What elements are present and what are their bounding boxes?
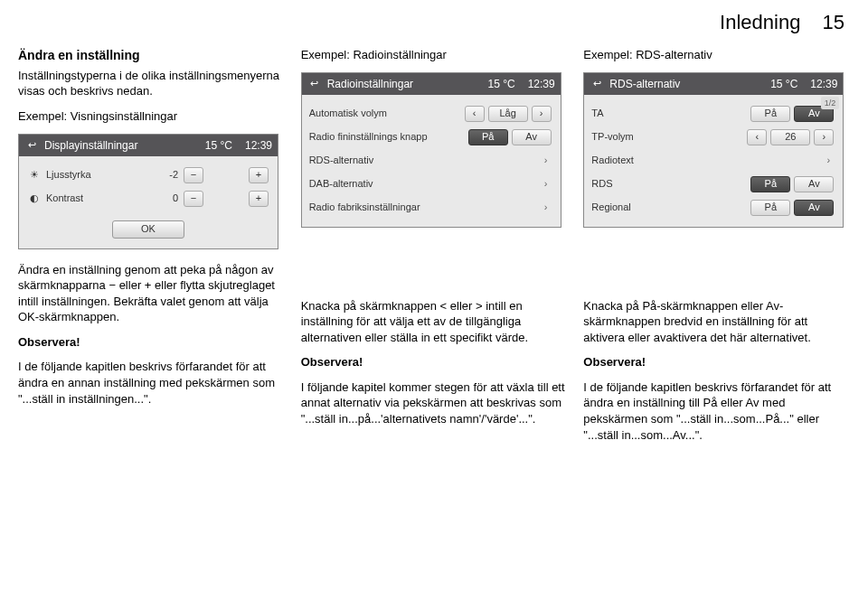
brightness-plus-button[interactable]: + <box>249 167 269 183</box>
chevron-right-icon: › <box>821 154 835 167</box>
screenB-body: Automatisk volym ‹ Låg › Radio fininstäl… <box>302 95 561 227</box>
chevron-right-icon: › <box>539 177 553 191</box>
screenC-clock: 12:39 <box>810 77 837 91</box>
chevron-right-icon: › <box>539 154 553 167</box>
screenshot-radio-settings: ↩ Radioinställningar 15 °C 12:39 Automat… <box>301 72 561 228</box>
col3-observera: Observera! <box>583 354 850 370</box>
screenA-titlebar: ↩ Displayinställningar 15 °C 12:39 <box>19 135 278 156</box>
screenB-title: Radioinställningar <box>327 77 483 91</box>
screenA-body: ☀ Ljusstyrka -2 − + ◐ Kontrast 0 − + OK <box>19 156 278 248</box>
tp-volym-prev-button[interactable]: ‹ <box>747 129 767 145</box>
finetune-row: Radio fininställnings knapp På Av <box>309 127 553 147</box>
brightness-row: ☀ Ljusstyrka -2 − + <box>26 165 270 185</box>
col1-observera: Observera! <box>18 334 285 351</box>
factory-row[interactable]: Radio fabriksinställningar › <box>309 198 553 218</box>
ta-row: TA På Av <box>591 104 835 124</box>
contrast-icon: ◐ <box>26 192 42 205</box>
col2-heading: Exempel: Radioinställningar <box>301 47 568 63</box>
contrast-value: 0 <box>153 192 178 205</box>
contrast-label: Kontrast <box>46 192 153 205</box>
regional-label: Regional <box>591 201 749 214</box>
screenB-clock: 12:39 <box>528 77 555 91</box>
finetune-label: Radio fininställnings knapp <box>309 130 467 144</box>
screenA-temp: 15 °C <box>205 138 232 153</box>
screenA-clock: 12:39 <box>245 138 272 153</box>
col2-observera: Observera! <box>301 354 568 370</box>
page-header: Inledning 15 <box>18 11 850 34</box>
columns: Ändra en inställning Inställningstyperna… <box>18 47 850 452</box>
col2-p2: I följande kapitel kommer stegen för att… <box>301 379 568 427</box>
col3-heading: Exempel: RDS-alternativ <box>583 47 850 63</box>
col1-p3: Ändra en inställning genom att peka på n… <box>18 262 285 325</box>
finetune-off-button[interactable]: Av <box>512 129 552 145</box>
screenB-titlebar: ↩ Radioinställningar 15 °C 12:39 <box>302 73 561 95</box>
tp-volym-next-button[interactable]: › <box>814 129 834 145</box>
col1-heading: Ändra en inställning <box>18 47 285 64</box>
tp-volym-value: 26 <box>770 129 810 145</box>
back-icon[interactable]: ↩ <box>24 139 39 152</box>
col1-p4: I de följande kapitlen beskrivs förfaran… <box>18 359 285 407</box>
auto-volume-prev-button[interactable]: ‹ <box>465 106 485 122</box>
regional-row: Regional På Av <box>591 198 835 218</box>
regional-on-button[interactable]: På <box>750 200 790 216</box>
brightness-value: -2 <box>153 168 178 182</box>
screenC-title: RDS-alternativ <box>609 77 765 91</box>
chevron-right-icon: › <box>539 201 553 214</box>
screenC-temp: 15 °C <box>770 77 797 91</box>
page-number: 15 <box>823 11 844 33</box>
pager: 1/2 <box>821 97 840 109</box>
dab-alt-row[interactable]: DAB-alternativ › <box>309 174 553 194</box>
auto-volume-value: Låg <box>488 106 528 122</box>
tp-volym-row: TP-volym ‹ 26 › <box>591 127 835 147</box>
col-2: Exempel: Radioinställningar ↩ Radioinstä… <box>301 47 568 452</box>
radiotext-row[interactable]: Radiotext › <box>591 151 835 171</box>
screenC-titlebar: ↩ RDS-alternativ 15 °C 12:39 <box>584 73 843 95</box>
screenshot-display-settings: ↩ Displayinställningar 15 °C 12:39 ☀ Lju… <box>18 134 278 249</box>
screenC-body: TA På Av TP-volym ‹ 26 › Radiotext › RDS… <box>584 95 843 227</box>
contrast-plus-button[interactable]: + <box>249 191 269 207</box>
rds-alt-label: RDS-alternativ <box>309 154 539 167</box>
rds-alt-row[interactable]: RDS-alternativ › <box>309 151 553 171</box>
col3-p1: Knacka på På-skärmknappen eller Av-skärm… <box>583 298 850 346</box>
col2-p1: Knacka på skärmknappen < eller > intill … <box>301 298 568 346</box>
section-title: Inledning <box>720 11 800 33</box>
ok-button[interactable]: OK <box>112 220 184 239</box>
rds-row: RDS På Av <box>591 174 835 194</box>
ok-row: OK <box>26 220 270 239</box>
rds-label: RDS <box>591 177 749 191</box>
col1-p2: Exempel: Visningsinställningar <box>18 108 285 125</box>
rds-on-button[interactable]: På <box>750 176 790 192</box>
brightness-label: Ljusstyrka <box>46 168 153 182</box>
col-3: Exempel: RDS-alternativ ↩ RDS-alternativ… <box>583 47 850 452</box>
finetune-on-button[interactable]: På <box>468 129 508 145</box>
rds-off-button[interactable]: Av <box>794 176 834 192</box>
auto-volume-label: Automatisk volym <box>309 107 463 120</box>
tp-volym-label: TP-volym <box>591 130 745 144</box>
ta-on-button[interactable]: På <box>750 106 790 122</box>
regional-off-button[interactable]: Av <box>794 200 834 216</box>
dab-alt-label: DAB-alternativ <box>309 177 539 191</box>
back-icon[interactable]: ↩ <box>590 78 604 90</box>
auto-volume-next-button[interactable]: › <box>532 106 552 122</box>
contrast-minus-button[interactable]: − <box>184 191 203 207</box>
screenA-title: Displayinställningar <box>44 138 200 153</box>
ta-label: TA <box>591 107 749 120</box>
col-1: Ändra en inställning Inställningstyperna… <box>18 47 285 452</box>
contrast-row: ◐ Kontrast 0 − + <box>26 189 270 209</box>
back-icon[interactable]: ↩ <box>307 78 322 90</box>
col1-p1: Inställningstyperna i de olika inställni… <box>18 68 285 99</box>
screenB-temp: 15 °C <box>487 77 514 91</box>
auto-volume-row: Automatisk volym ‹ Låg › <box>309 104 553 124</box>
sun-icon: ☀ <box>26 168 42 182</box>
col3-p2: I de följande kapitlen beskrivs förfaran… <box>583 379 850 443</box>
radiotext-label: Radiotext <box>591 154 821 167</box>
factory-label: Radio fabriksinställningar <box>309 201 539 214</box>
screenshot-rds-alternativ: ↩ RDS-alternativ 15 °C 12:39 1/2 TA På A… <box>583 72 844 228</box>
brightness-minus-button[interactable]: − <box>184 167 203 183</box>
